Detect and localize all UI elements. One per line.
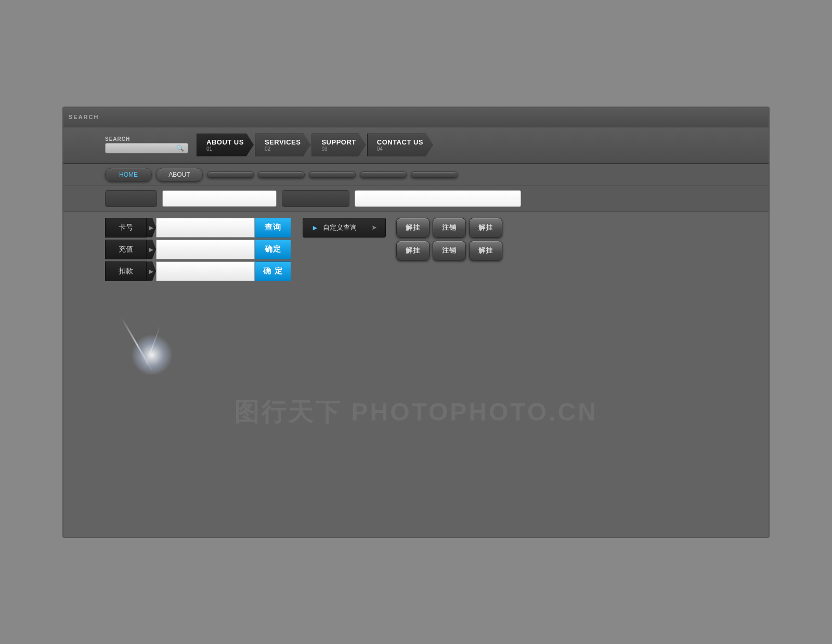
subnav-btn4[interactable] xyxy=(258,172,305,178)
custom-query-btn[interactable]: ► 自定义查询 ➤ xyxy=(303,218,386,238)
form-label-arrow-koukuan: ► xyxy=(147,261,156,281)
outer-wrapper: SEARCH SEARCH 🔍 ABOUT US 01 SERVICES xyxy=(52,96,780,548)
main-container: SEARCH SEARCH 🔍 ABOUT US 01 SERVICES xyxy=(62,107,770,538)
nav-items: ABOUT US 01 SERVICES 02 SUPPORT 03 CONTA… xyxy=(197,134,433,156)
nav-item-support-sub: 03 xyxy=(321,146,356,152)
top-bar: SEARCH xyxy=(63,108,769,127)
nav-item-contact-title: CONTACT US xyxy=(377,138,423,146)
form-label-chongzhi: 充值 xyxy=(105,240,147,259)
subnav-btn7[interactable] xyxy=(411,172,458,178)
nav-item-support-title: SUPPORT xyxy=(321,138,356,146)
bottom-area: 图行天下 PHOTOPHOTO.CN xyxy=(63,287,769,537)
input-field-1 xyxy=(105,190,157,207)
input-field-4 xyxy=(355,190,521,207)
input-field-3 xyxy=(282,190,349,207)
main-content: 卡号 ► 查询 充值 ► 确定 扣款 ► 确 定 xyxy=(63,212,769,287)
nav-item-support[interactable]: SUPPORT 03 xyxy=(311,134,366,156)
right-section: 解挂 注销 解挂 解挂 注销 解挂 xyxy=(396,218,502,281)
search-input[interactable] xyxy=(108,144,175,152)
sub-nav-row: HOME ABOUT xyxy=(63,164,769,186)
nav-item-contact-sub: 04 xyxy=(377,146,423,152)
action-btn-zhuxiao-2[interactable]: 注销 xyxy=(433,241,466,260)
form-btn-confirm2[interactable]: 确 定 xyxy=(255,261,291,281)
custom-query-arrow: ► xyxy=(311,224,319,232)
form-label-koukuan: 扣款 xyxy=(105,261,147,281)
search-icon-btn[interactable]: 🔍 xyxy=(175,144,185,152)
search-box: SEARCH 🔍 xyxy=(105,136,188,153)
form-btn-query[interactable]: 查询 xyxy=(255,218,291,238)
search-label: SEARCH xyxy=(105,136,188,142)
form-label-arrow-chongzhi: ► xyxy=(147,240,156,259)
left-form: 卡号 ► 查询 充值 ► 确定 扣款 ► 确 定 xyxy=(105,218,292,281)
btn-group-row2: 解挂 注销 解挂 xyxy=(396,241,502,260)
nav-item-services-sub: 02 xyxy=(265,146,301,152)
custom-query-arrow-end: ➤ xyxy=(371,224,377,231)
subnav-btn5[interactable] xyxy=(309,172,356,178)
form-row-koukuan: 扣款 ► 确 定 xyxy=(105,261,292,281)
form-row-kaho: 卡号 ► 查询 xyxy=(105,218,292,238)
search-input-wrap: 🔍 xyxy=(105,143,188,153)
action-btn-jiegua-2[interactable]: 解挂 xyxy=(469,218,502,238)
form-label-kaho: 卡号 xyxy=(105,218,147,238)
nav-item-about[interactable]: ABOUT US 01 xyxy=(197,134,254,156)
nav-item-services[interactable]: SERVICES 02 xyxy=(255,134,311,156)
input-field-2 xyxy=(162,190,277,207)
glow-circle xyxy=(131,334,173,376)
form-label-arrow-kaho: ► xyxy=(147,218,156,238)
middle-section: ► 自定义查询 ➤ xyxy=(303,218,386,281)
form-input-koukuan[interactable] xyxy=(156,261,255,281)
form-row-chongzhi: 充值 ► 确定 xyxy=(105,240,292,259)
action-btn-jiegua-4[interactable]: 解挂 xyxy=(469,241,502,260)
input-row xyxy=(63,186,769,212)
form-input-chongzhi[interactable] xyxy=(156,240,255,259)
watermark: 图行天下 PHOTOPHOTO.CN xyxy=(234,396,598,429)
subnav-btn3[interactable] xyxy=(207,172,254,178)
action-btn-jiegua-3[interactable]: 解挂 xyxy=(396,241,430,260)
nav-item-about-title: ABOUT US xyxy=(206,138,244,146)
nav-item-services-title: SERVICES xyxy=(265,138,301,146)
header-area: SEARCH 🔍 ABOUT US 01 SERVICES 02 SUPPORT xyxy=(63,127,769,164)
action-btn-jiegua-1[interactable]: 解挂 xyxy=(396,218,430,238)
glow-effect xyxy=(105,303,199,407)
subnav-about-btn[interactable]: ABOUT xyxy=(156,168,203,181)
topbar-search-label: SEARCH xyxy=(69,114,99,120)
custom-query-label: 自定义查询 xyxy=(323,223,357,232)
form-input-kaho[interactable] xyxy=(156,218,255,238)
btn-group-row1: 解挂 注销 解挂 xyxy=(396,218,502,238)
subnav-home-btn[interactable]: HOME xyxy=(105,168,152,181)
subnav-btn6[interactable] xyxy=(360,172,407,178)
nav-item-about-sub: 01 xyxy=(206,146,244,152)
form-btn-confirm1[interactable]: 确定 xyxy=(255,240,291,259)
action-btn-zhuxiao-1[interactable]: 注销 xyxy=(433,218,466,238)
nav-item-contact[interactable]: CONTACT US 04 xyxy=(367,134,433,156)
